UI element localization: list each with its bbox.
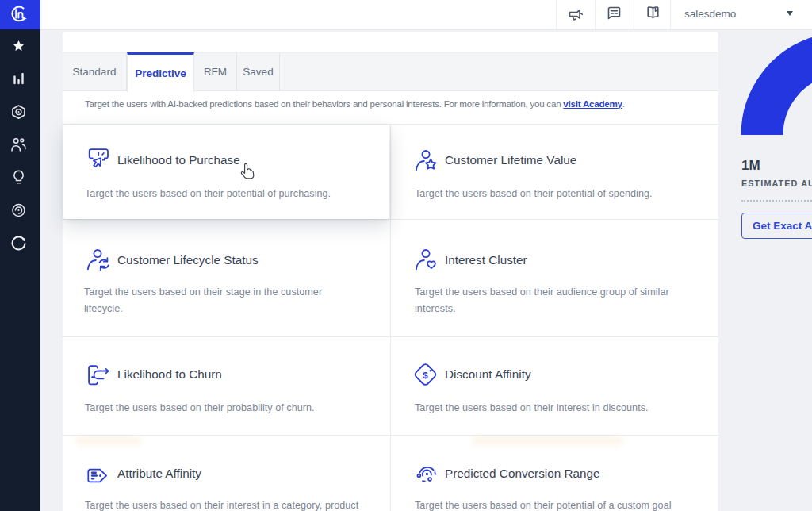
svg-text:$: $ [423, 371, 428, 380]
